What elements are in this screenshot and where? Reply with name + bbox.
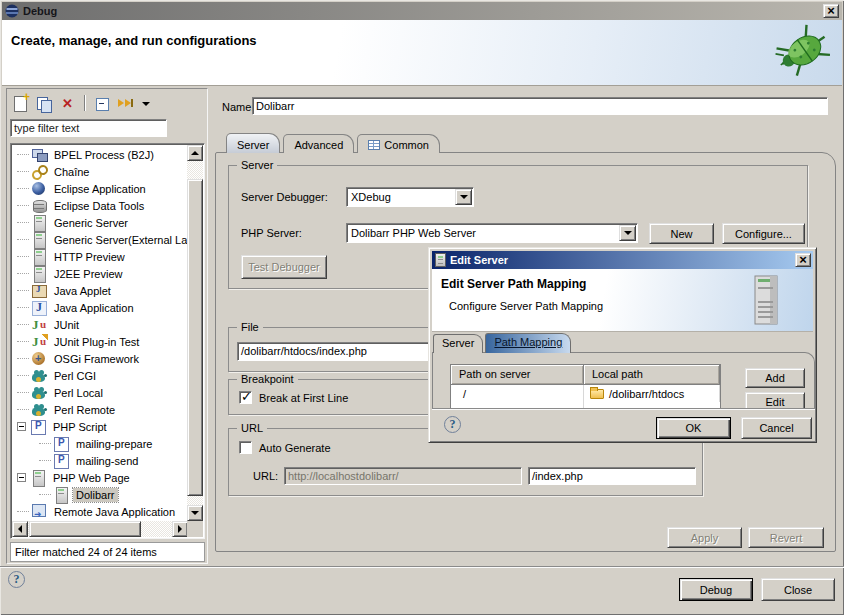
tree-item[interactable]: OSGi Framework [13,350,187,367]
tree-item[interactable]: Java Application [13,299,187,316]
tree-item[interactable]: mailing-prepare [13,435,187,452]
ok-button[interactable]: OK [656,417,731,439]
tree-item[interactable]: JUnit Plug-in Test [13,333,187,350]
tree-item[interactable]: J2EE Preview [13,265,187,282]
eclipse-icon [31,181,48,197]
tree-item[interactable]: Generic Server(External La [13,231,187,248]
tree-item[interactable]: Chaîne [13,163,187,180]
name-input[interactable]: Dolibarr [252,97,828,115]
tree-item[interactable]: Eclipse Data Tools [13,197,187,214]
tree-item[interactable]: Dolibarr [13,486,187,503]
edit-mapping-button[interactable]: Edit [745,392,805,408]
collapse-all-icon[interactable] [93,95,110,112]
add-mapping-button[interactable]: Add [745,368,805,388]
url-group-title: URL [237,422,267,434]
server-debugger-label: Server Debugger: [241,191,328,203]
revert-button[interactable]: Revert [748,527,824,548]
edit-server-dialog: Edit Server Edit Server Path Mapping Con… [428,247,817,443]
break-first-line-checkbox[interactable] [239,391,252,404]
vertical-scroll-thumb[interactable] [187,179,203,496]
dropdown-arrow-icon[interactable] [455,189,472,205]
tree-item[interactable]: Perl Remote [13,401,187,418]
filter-input[interactable]: type filter text [10,119,167,137]
php-server-label: PHP Server: [241,227,302,239]
tree-item-label: mailing-prepare [73,437,155,451]
server-icon [53,487,70,503]
tree-connector [39,494,51,495]
test-debugger-button[interactable]: Test Debugger [241,255,327,279]
column-header[interactable]: Local path [584,365,720,385]
tree-item[interactable]: JUnit [13,316,187,333]
tree-collapse-toggle[interactable] [17,422,26,431]
scroll-down-button[interactable] [187,505,203,521]
scroll-up-button[interactable] [187,145,203,161]
edit-server-close-button[interactable] [795,253,811,267]
debug-button[interactable]: Debug [679,578,753,601]
filter-configurations-icon[interactable] [117,95,134,112]
close-button[interactable]: Close [761,578,835,601]
scroll-right-button[interactable] [172,521,188,537]
dialog-tab-path-mapping[interactable]: Path Mapping [485,333,571,353]
tree-connector [17,205,29,206]
duplicate-configuration-icon[interactable] [36,95,53,112]
tree-horizontal-scrollbar[interactable] [12,521,188,537]
help-icon[interactable]: ? [8,571,25,588]
tree-item[interactable]: PHP Script [13,418,187,435]
edit-server-title-bar[interactable]: Edit Server [432,251,813,269]
title-bar[interactable]: Debug [2,2,842,20]
junit-icon [31,317,48,333]
tree-item[interactable]: Java Applet [13,282,187,299]
tree-item[interactable]: BPEL Process (B2J) [13,146,187,163]
tab-common[interactable]: Common [357,134,440,153]
dropdown-arrow-icon[interactable] [619,225,636,241]
tree-item[interactable]: Eclipse Application [13,180,187,197]
tree-item-label: PHP Web Page [50,471,133,485]
tree-item[interactable]: Perl CGI [13,367,187,384]
filter-menu-icon[interactable] [141,95,150,112]
mapping-row[interactable]: //dolibarr/htdocs [451,385,720,402]
tree-item-label: OSGi Framework [51,352,142,366]
dialog-button-bar: ? OK Cancel [432,408,815,441]
chain-icon [31,164,48,180]
tree-item-label: Eclipse Application [51,182,149,196]
cancel-button[interactable]: Cancel [741,417,812,439]
delete-configuration-icon[interactable] [60,95,77,112]
tree-item[interactable]: PHP Web Page [13,469,187,486]
tree-item[interactable]: HTTP Preview [13,248,187,265]
apply-button[interactable]: Apply [667,527,742,548]
url-path-input[interactable]: /index.php [528,467,696,485]
path-mapping-table: Path on serverLocal path //dolibarr/htdo… [450,364,721,408]
dialog-help-icon[interactable]: ? [444,416,461,433]
tree-item-label: J2EE Preview [51,267,125,281]
column-header[interactable]: Path on server [451,365,584,385]
tree-item-label: HTTP Preview [51,250,128,264]
tree-item[interactable]: Remote Java Application [13,503,187,520]
tree-collapse-toggle[interactable] [17,473,26,482]
breakpoint-group-title: Breakpoint [237,373,298,385]
server-debugger-select[interactable]: XDebug [346,187,474,207]
tree-item[interactable]: Perl Local [13,384,187,401]
tree-item-label: JUnit Plug-in Test [51,335,142,349]
new-configuration-icon[interactable] [12,95,29,112]
horizontal-scroll-thumb[interactable] [29,521,141,537]
tree-vertical-scrollbar[interactable] [187,145,203,521]
scroll-left-button[interactable] [12,521,28,537]
tab-server[interactable]: Server [226,133,280,153]
footer-separator [0,566,844,568]
tab-advanced[interactable]: Advanced [283,134,354,153]
auto-generate-checkbox[interactable] [239,441,252,454]
dialog-tab-server[interactable]: Server [433,334,483,353]
name-label: Name: [222,101,254,113]
new-server-button[interactable]: New [649,223,714,244]
tree-item[interactable]: mailing-send [13,452,187,469]
tree-item-label: Eclipse Data Tools [51,199,147,213]
remote-java-icon [31,504,48,520]
tree-item[interactable]: Generic Server [13,214,187,231]
window-close-button[interactable] [823,4,839,18]
database-icon [31,198,48,214]
configure-server-button[interactable]: Configure... [722,223,805,244]
php-server-select[interactable]: Dolibarr PHP Web Server [346,223,638,243]
tree-connector [17,273,29,274]
tree-connector [17,256,29,257]
tree-item-label: Generic Server(External La [51,233,187,247]
